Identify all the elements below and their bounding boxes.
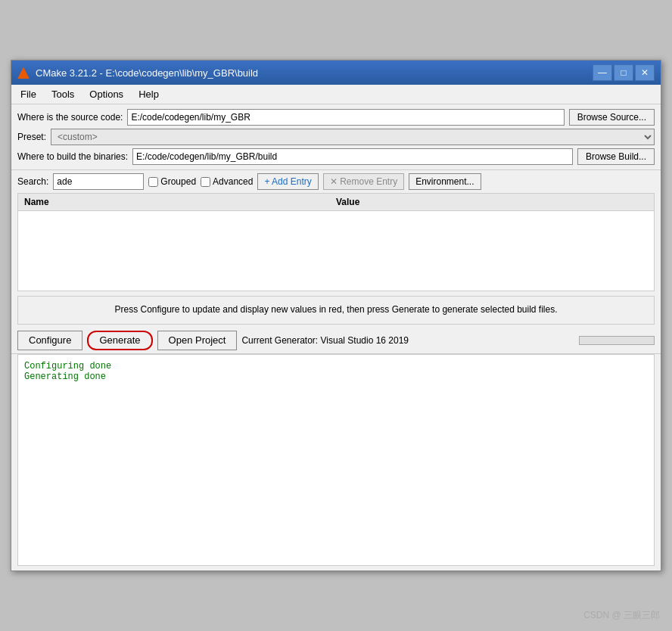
preset-row: Preset: <custom> xyxy=(17,129,655,145)
search-input[interactable] xyxy=(53,173,144,190)
menu-help[interactable]: Help xyxy=(132,86,165,102)
window-title: CMake 3.21.2 - E:\code\codegen\lib\my_GB… xyxy=(36,67,258,79)
advanced-checkbox-label[interactable]: Advanced xyxy=(201,176,253,187)
output-line-2: Generating done xyxy=(24,371,648,382)
entries-table: Name Value xyxy=(17,193,655,291)
open-project-button[interactable]: Open Project xyxy=(157,331,238,350)
configure-button[interactable]: Configure xyxy=(17,331,82,350)
advanced-label: Advanced xyxy=(213,176,253,187)
status-message: Press Configure to update and display ne… xyxy=(17,296,655,324)
table-body xyxy=(18,211,654,287)
action-bar: Configure Generate Open Project Current … xyxy=(11,328,661,354)
build-input[interactable] xyxy=(132,148,573,165)
col-value-header: Value xyxy=(336,197,648,207)
title-bar-left: CMake 3.21.2 - E:\code\codegen\lib\my_GB… xyxy=(17,67,258,79)
col-name-header: Name xyxy=(24,197,336,207)
grouped-label: Grouped xyxy=(160,176,196,187)
search-row: Search: Grouped Advanced + Add Entry ✕ R… xyxy=(11,170,661,193)
main-window: CMake 3.21.2 - E:\code\codegen\lib\my_GB… xyxy=(11,60,661,570)
browse-source-button[interactable]: Browse Source... xyxy=(569,109,655,126)
progress-bar xyxy=(579,336,655,345)
preset-label: Preset: xyxy=(17,132,46,142)
maximize-button[interactable]: □ xyxy=(614,64,633,81)
build-row: Where to build the binaries: Browse Buil… xyxy=(17,148,655,165)
search-label: Search: xyxy=(17,176,48,187)
watermark: CSDN @ 三眼三郎 xyxy=(583,609,660,622)
advanced-checkbox[interactable] xyxy=(201,177,210,187)
menu-tools[interactable]: Tools xyxy=(45,86,80,102)
source-label: Where is the source code: xyxy=(17,112,123,123)
menu-options[interactable]: Options xyxy=(83,86,129,102)
generator-label: Current Generator: Visual Studio 16 2019 xyxy=(241,335,574,346)
add-entry-button[interactable]: + Add Entry xyxy=(257,173,318,190)
generate-button[interactable]: Generate xyxy=(87,331,152,350)
build-label: Where to build the binaries: xyxy=(17,151,128,162)
title-controls: — □ ✕ xyxy=(593,64,655,81)
browse-build-button[interactable]: Browse Build... xyxy=(577,148,655,165)
environment-button[interactable]: Environment... xyxy=(409,173,481,190)
preset-select[interactable]: <custom> xyxy=(51,129,655,145)
grouped-checkbox[interactable] xyxy=(148,177,158,187)
menu-bar: File Tools Options Help xyxy=(11,85,661,104)
menu-file[interactable]: File xyxy=(14,86,42,102)
remove-entry-button[interactable]: ✕ Remove Entry xyxy=(323,173,404,190)
toolbar: Where is the source code: Browse Source.… xyxy=(11,104,661,170)
output-area: Configuring done Generating done xyxy=(17,354,655,566)
table-header: Name Value xyxy=(18,194,654,211)
title-bar: CMake 3.21.2 - E:\code\codegen\lib\my_GB… xyxy=(11,61,661,85)
close-button[interactable]: ✕ xyxy=(635,64,655,81)
output-line-1: Configuring done xyxy=(24,361,648,371)
source-row: Where is the source code: Browse Source.… xyxy=(17,109,655,126)
source-input[interactable] xyxy=(127,109,564,126)
app-icon xyxy=(17,67,30,79)
minimize-button[interactable]: — xyxy=(593,64,612,81)
grouped-checkbox-label[interactable]: Grouped xyxy=(148,176,196,187)
